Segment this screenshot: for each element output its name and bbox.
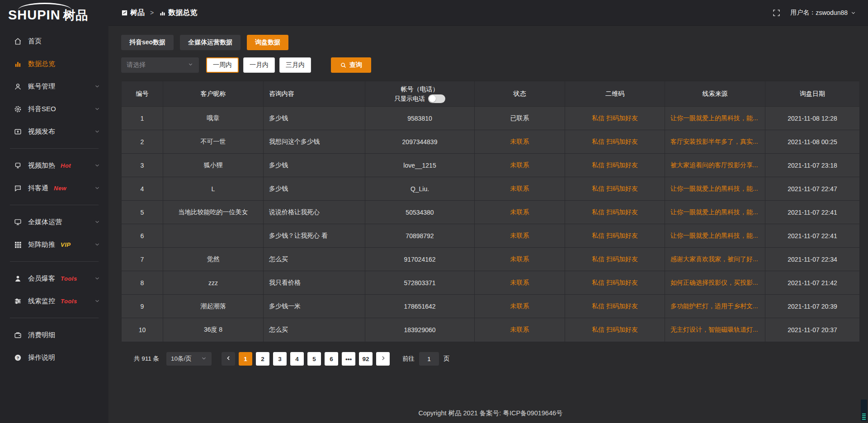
cell-source-link[interactable]: 客厅安装投影半年多了，真实...	[665, 130, 765, 154]
sidebar-item-label: 矩阵助推	[28, 240, 55, 249]
cell-qr-link[interactable]: 私信 扫码加好友	[565, 107, 665, 130]
cell-no: 1	[122, 107, 163, 130]
sidebar-item-media-operation[interactable]: 全媒体运营	[0, 211, 108, 233]
cell-qr-link[interactable]: 私信 扫码加好友	[565, 130, 665, 154]
sidebar-item-member-baoke[interactable]: 会员爆客Tools	[0, 267, 108, 290]
tab-media-operation-data[interactable]: 全媒体运营数据	[180, 35, 241, 50]
filter-select[interactable]: 请选择	[121, 57, 199, 73]
cell-source-link[interactable]: 多功能护栏灯，适用于乡村文...	[665, 295, 765, 318]
cell-qr-link[interactable]: 私信 扫码加好友	[565, 248, 665, 271]
cell-source-link[interactable]: 被大家追着问的客厅投影分享...	[665, 154, 765, 177]
phone-only-toggle[interactable]	[428, 94, 445, 103]
cell-date: 2021-11-07 22:47	[765, 177, 859, 201]
cell-source-link[interactable]: 感谢大家喜欢我家，被问了好...	[665, 248, 765, 271]
next-page-button[interactable]	[376, 352, 390, 366]
sidebar-item-douyin-seo[interactable]: 抖音SEO	[0, 98, 108, 120]
cell-content: 多少钱	[264, 154, 365, 177]
user-menu[interactable]: 用户名： zswodun88	[790, 9, 856, 17]
cell-no: 3	[122, 154, 163, 177]
page-button-92[interactable]: 92	[359, 352, 373, 366]
cell-source-link[interactable]: 让你一眼就爱上的黑科技，能...	[665, 177, 765, 201]
cell-source-link[interactable]: 让你一眼就爱上的黑科技，能...	[665, 107, 765, 130]
cell-status: 未联系	[475, 130, 565, 154]
cell-source-link[interactable]: 如何正确选择投影仪，买投影...	[665, 271, 765, 295]
pagination: 共 911 条10条/页123456•••92前往页	[134, 352, 860, 366]
page-button-5[interactable]: 5	[307, 352, 321, 366]
query-button[interactable]: 查询	[331, 57, 371, 73]
goto-page-input[interactable]	[419, 352, 439, 366]
sidebar-nav: 首页数据总览账号管理抖音SEO视频发布视频加热Hot抖客通New全媒体运营矩阵助…	[0, 26, 108, 369]
page-button-1[interactable]: 1	[239, 352, 252, 366]
page-button-4[interactable]: 4	[290, 352, 304, 366]
sidebar-item-label: 视频加热	[28, 161, 55, 170]
cell-date: 2021-11-07 22:34	[765, 248, 859, 271]
chevron-down-icon	[94, 106, 100, 113]
cell-no: 10	[122, 318, 163, 342]
cell-qr-link[interactable]: 私信 扫码加好友	[565, 318, 665, 342]
chevron-down-icon	[94, 128, 100, 136]
cell-status: 未联系	[475, 271, 565, 295]
wallet-icon	[14, 331, 22, 339]
column-header-label: 帐号（电话）	[401, 84, 439, 94]
breadcrumb-root[interactable]: 树品	[130, 8, 145, 18]
goto-page: 前往页	[402, 352, 450, 366]
table-row: 4L多少钱Q_Liu.未联系私信 扫码加好友让你一眼就爱上的黑科技，能...20…	[122, 177, 859, 201]
page-ellipsis-button[interactable]: •••	[342, 352, 355, 366]
cell-date: 2021-11-07 20:39	[765, 295, 859, 318]
cell-content: 怎么买	[264, 318, 365, 342]
cell-qr-link[interactable]: 私信 扫码加好友	[565, 224, 665, 248]
cell-nickname: 潮起潮落	[163, 295, 264, 318]
sidebar-item-account-management[interactable]: 账号管理	[0, 75, 108, 98]
cell-nickname	[163, 224, 264, 248]
page-size-select[interactable]: 10条/页	[166, 352, 212, 366]
breadcrumb-separator: >	[150, 9, 154, 16]
tab-inquiry-data[interactable]: 询盘数据	[247, 35, 288, 50]
logo-arc-icon	[18, 3, 71, 10]
cell-source-link[interactable]: 让你一眼就爱上的黑科技，能...	[665, 224, 765, 248]
cell-date: 2021-11-07 23:18	[765, 154, 859, 177]
cell-status: 未联系	[475, 248, 565, 271]
cell-qr-link[interactable]: 私信 扫码加好友	[565, 154, 665, 177]
chevron-down-icon	[94, 83, 100, 91]
table-row: 1哦章多少钱9583810已联系私信 扫码加好友让你一眼就爱上的黑科技，能...…	[122, 107, 859, 130]
sidebar-item-consumption-detail[interactable]: 消费明细	[0, 324, 108, 346]
page-button-3[interactable]: 3	[273, 352, 287, 366]
sidebar-item-operation-guide[interactable]: ?操作说明	[0, 346, 108, 369]
cell-date: 2021-11-08 00:25	[765, 130, 859, 154]
sidebar-item-video-heat[interactable]: 视频加热Hot	[0, 154, 108, 177]
range-buttons: 一周内一月内三月内	[206, 57, 316, 73]
member-icon	[14, 274, 22, 282]
cell-source-link[interactable]: 无主灯设计，智能磁吸轨道灯...	[665, 318, 765, 342]
sidebar-item-data-overview[interactable]: 数据总览	[0, 52, 108, 75]
range-button-2[interactable]: 三月内	[279, 57, 311, 73]
cell-qr-link[interactable]: 私信 扫码加好友	[565, 271, 665, 295]
cell-account: 917024162	[365, 248, 475, 271]
copyright-text: Copyright 树品 2021 备案号: 粤ICP备09019646号	[418, 409, 562, 417]
table-row: 6多少钱？让我死心 看70898792未联系私信 扫码加好友让你一眼就爱上的黑科…	[122, 224, 859, 248]
scroll-indicator-widget[interactable]	[861, 400, 867, 421]
cell-date: 2021-11-07 21:42	[765, 271, 859, 295]
chevron-down-icon	[94, 275, 100, 283]
cell-qr-link[interactable]: 私信 扫码加好友	[565, 295, 665, 318]
page-button-6[interactable]: 6	[325, 352, 338, 366]
sidebar-item-matrix-boost[interactable]: 矩阵助推VIP	[0, 233, 108, 256]
breadcrumb-current[interactable]: 数据总览	[168, 8, 197, 18]
fullscreen-icon[interactable]	[773, 9, 780, 17]
table-row: 1036度 8怎么买183929060未联系私信 扫码加好友无主灯设计，智能磁吸…	[122, 318, 859, 342]
sidebar-item-doukotong[interactable]: 抖客通New	[0, 177, 108, 199]
tab-douyin-seo-data[interactable]: 抖音seo数据	[121, 35, 174, 50]
range-button-0[interactable]: 一周内	[206, 57, 239, 73]
sidebar-item-clue-monitor[interactable]: 线索监控Tools	[0, 290, 108, 312]
user-icon	[14, 82, 22, 90]
page-button-2[interactable]: 2	[256, 352, 269, 366]
cell-source-link[interactable]: 让你一眼就爱上的黑科技，能...	[665, 201, 765, 224]
cell-qr-link[interactable]: 私信 扫码加好友	[565, 201, 665, 224]
column-header-1: 客户昵称	[163, 81, 264, 107]
sidebar-item-home[interactable]: 首页	[0, 30, 108, 52]
sidebar-item-video-publish[interactable]: 视频发布	[0, 120, 108, 143]
cell-qr-link[interactable]: 私信 扫码加好友	[565, 177, 665, 201]
prev-page-button[interactable]	[222, 352, 235, 366]
table-row: 2不可一世我想问这个多少钱2097344839未联系私信 扫码加好友客厅安装投影…	[122, 130, 859, 154]
range-button-1[interactable]: 一月内	[243, 57, 275, 73]
inquiry-table: 编号客户昵称咨询内容帐号（电话）只显示电话状态二维码线索来源询盘日期1哦章多少钱…	[121, 81, 860, 342]
